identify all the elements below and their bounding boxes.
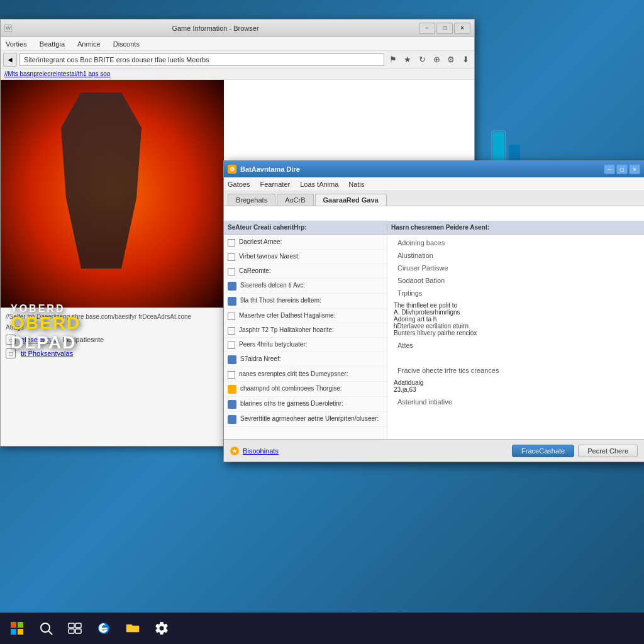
right-item-5: Trptings	[394, 289, 638, 297]
tab-aocrb[interactable]: AoCrB	[277, 194, 313, 206]
setting-icon-11	[228, 385, 236, 394]
setting-label-4: Sisereefs delcen ti Avc:	[240, 281, 383, 289]
browser-toolbar: ◄ ⚑ ★ ↻ ⊕ ⚙ ⬇	[1, 51, 474, 69]
footer-buttons: FraceCashate Pecret Chere	[512, 445, 638, 457]
setting-row-9[interactable]: S7aidra Nreef:	[224, 352, 387, 367]
setting-row-5[interactable]: 9la tht Thost thereins deltem:	[224, 294, 387, 309]
setting-row-4[interactable]: Sisereefs delcen ti Avc:	[224, 279, 387, 294]
setting-label-6: Masertve crler Dathest Hagalisme:	[239, 311, 383, 319]
svg-rect-6	[18, 629, 23, 635]
dialog-menu-fearnater[interactable]: Fearnater	[260, 180, 290, 188]
setting-icon-12	[228, 400, 236, 409]
right-item-7: Attes	[394, 341, 638, 349]
dialog-title-text: BatAavntama Dire	[240, 165, 300, 173]
setting-icon-5	[228, 297, 236, 306]
settings-dialog: ⚙ BatAavntama Dire − □ × Gatoes Fearnate…	[223, 160, 644, 462]
setting-row-10[interactable]: nanes esrenptes clrit ttes Dumeypsner:	[224, 367, 387, 382]
dialog-menu-loastanima[interactable]: Loas tAnima	[300, 180, 338, 188]
svg-point-7	[41, 623, 50, 632]
menu-item-disconts[interactable]: Disconts	[111, 39, 142, 49]
svg-line-8	[49, 631, 53, 635]
dialog-body: SeAteur Creati caheritHrp: Hasrn chesrem…	[224, 206, 644, 439]
right-item-11: Fracive ohecte irfre tics creances	[394, 367, 638, 374]
settings-right-panel: Dislr Aneset Adoining baces Alustination…	[387, 220, 644, 439]
setting-row-1[interactable]: Dacriest Arnee:	[224, 235, 387, 250]
taskview-icon[interactable]	[63, 616, 87, 640]
setting-label-2: Virbet tavroav Narest:	[239, 252, 383, 260]
cancel-button[interactable]: Pecret Chere	[578, 445, 638, 457]
dialog-tabs: Bregehats AoCrB GaaraaRed Gava	[224, 191, 644, 206]
edge-icon[interactable]	[92, 616, 116, 640]
dialog-minimize-button[interactable]: −	[604, 164, 615, 174]
taskbar-search-icon[interactable]	[34, 616, 58, 640]
browser-url-status[interactable]: //Mts basnpreiecreintestai/th1 aps soo	[4, 70, 110, 77]
browser-titlebar: W Game Information - Browser − □ ×	[1, 19, 474, 37]
svg-rect-12	[75, 629, 81, 633]
menu-item-beattgia[interactable]: Beattgia	[37, 39, 67, 49]
svg-rect-11	[69, 629, 74, 633]
share-icon[interactable]: ⊕	[430, 53, 443, 66]
right-item-2: Alustination	[394, 252, 638, 259]
settings-icon[interactable]	[150, 616, 174, 640]
dialog-close-button[interactable]: ×	[629, 164, 640, 174]
right-item-6: The thinfleet ee polit to A. Dlivhprotes…	[394, 302, 638, 336]
browser-title: Game Information - Browser	[12, 25, 419, 32]
dialog-menu-natis[interactable]: Natis	[348, 180, 364, 188]
search-icon[interactable]: ⚑	[387, 53, 399, 66]
dialog-titlebar: ⚙ BatAavntama Dire − □ ×	[224, 161, 644, 177]
setting-check-3[interactable]	[228, 268, 235, 275]
svg-rect-9	[69, 623, 74, 628]
setting-check-8[interactable]	[228, 341, 235, 349]
dialog-footer: ★ Bisoohinats FraceCashate Pecret Chere	[224, 439, 644, 462]
game-subtitle: YOBERD	[11, 303, 80, 314]
browser-close-button[interactable]: ×	[454, 23, 470, 34]
dialog-menu-gatoes[interactable]: Gatoes	[228, 180, 250, 188]
setting-row-8[interactable]: Peers 4hritu betycluater:	[224, 338, 387, 352]
menu-item-anmice[interactable]: Anmice	[75, 39, 103, 49]
setting-row-2[interactable]: Virbet tavroav Narest:	[224, 250, 387, 264]
address-bar[interactable]	[19, 53, 384, 66]
setting-row-3[interactable]: CaReomte:	[224, 264, 387, 279]
setting-label-8: Peers 4hritu betycluater:	[239, 340, 383, 348]
svg-rect-10	[75, 623, 81, 628]
setting-icon-4	[228, 282, 236, 291]
setting-row-12[interactable]: blarines oths tre garness Dueroletinr:	[224, 397, 387, 412]
taskbar	[0, 613, 644, 644]
svg-rect-3	[11, 622, 16, 628]
setting-check-1[interactable]	[228, 239, 235, 247]
setting-check-2[interactable]	[228, 253, 235, 261]
tab-gaaraaared[interactable]: GaaraaRed Gava	[315, 194, 387, 206]
dialog-window-controls: − □ ×	[604, 164, 640, 174]
footer-link[interactable]: Bisoohinats	[243, 447, 279, 455]
setting-row-13[interactable]: Sevrerttitle agrmeoheer aetne Ulenrprten…	[224, 412, 387, 427]
refresh-icon[interactable]: ↻	[416, 53, 428, 66]
setting-row-7[interactable]: Jasphtr T2 Tp Halitakoher hoarite:	[224, 323, 387, 338]
file-explorer-icon[interactable]	[121, 616, 145, 640]
dialog-maximize-button[interactable]: □	[616, 164, 628, 174]
setting-icon-13	[228, 415, 236, 424]
browser-menubar: Vorties Beattgia Anmice Disconts	[1, 37, 474, 51]
back-button[interactable]: ◄	[3, 53, 17, 67]
browser-minimize-button[interactable]: −	[419, 23, 435, 34]
start-button[interactable]	[5, 616, 29, 640]
download-icon[interactable]: ⬇	[459, 53, 472, 66]
setting-label-7: Jasphtr T2 Tp Halitakoher hoarite:	[239, 326, 383, 334]
game-title-line2: DLPAD	[11, 333, 80, 353]
setting-check-7[interactable]	[228, 327, 235, 335]
setting-label-5: 9la tht Thost thereins deltem:	[240, 296, 383, 304]
game-title-line1: OBERD	[11, 314, 80, 333]
star-icon[interactable]: ★	[401, 53, 414, 66]
settings-left-panel: ★ Rerti: Svetse Dacriest Arnee: Virbet t…	[224, 220, 387, 439]
menu-item-vorties[interactable]: Vorties	[3, 39, 30, 49]
setting-row-11[interactable]: chaampnd oht comtinoees Thorgise:	[224, 382, 387, 397]
tab-bregehats[interactable]: Bregehats	[228, 194, 275, 206]
setting-check-10[interactable]	[228, 371, 235, 379]
setting-row-6[interactable]: Masertve crler Dathest Hagalisme:	[224, 309, 387, 323]
right-spacer	[394, 354, 638, 367]
accept-button[interactable]: FraceCashate	[512, 445, 574, 457]
setting-check-6[interactable]	[228, 313, 235, 320]
tools-icon[interactable]: ⚙	[445, 53, 457, 66]
browser-maximize-button[interactable]: □	[436, 23, 453, 34]
game-title: YOBERD OBERD DLPAD	[11, 303, 80, 353]
setting-label-9: S7aidra Nreef:	[240, 355, 383, 363]
